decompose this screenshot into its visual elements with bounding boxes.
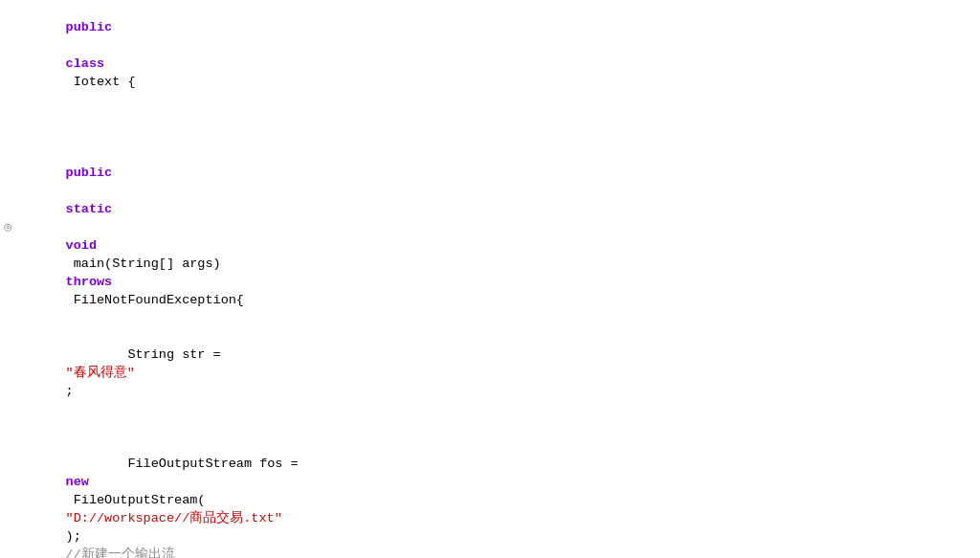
code-line-6: FileOutputStream fos = new FileOutputStr… xyxy=(0,436,980,558)
breakpoint-icon: ◎ xyxy=(4,218,11,236)
code-line-3: ◎ public static void main(String[] args)… xyxy=(0,127,980,327)
keyword-class: class xyxy=(66,56,105,71)
line-content-6: FileOutputStream fos = new FileOutputStr… xyxy=(15,436,980,558)
keyword-public: public xyxy=(66,20,113,34)
code-line-4: String str = "春风得意" ; xyxy=(0,327,980,418)
code-editor: public class Iotext { ◎ public static vo… xyxy=(0,0,980,558)
line-content-1: public class Iotext { xyxy=(15,0,980,109)
gutter-3: ◎ xyxy=(0,218,15,236)
code-line-1: public class Iotext { xyxy=(0,0,980,109)
line-content-4: String str = "春风得意" ; xyxy=(15,327,980,418)
code-line-2 xyxy=(0,109,980,127)
line-content-3: public static void main(String[] args) t… xyxy=(15,127,980,327)
code-line-5 xyxy=(0,418,980,436)
